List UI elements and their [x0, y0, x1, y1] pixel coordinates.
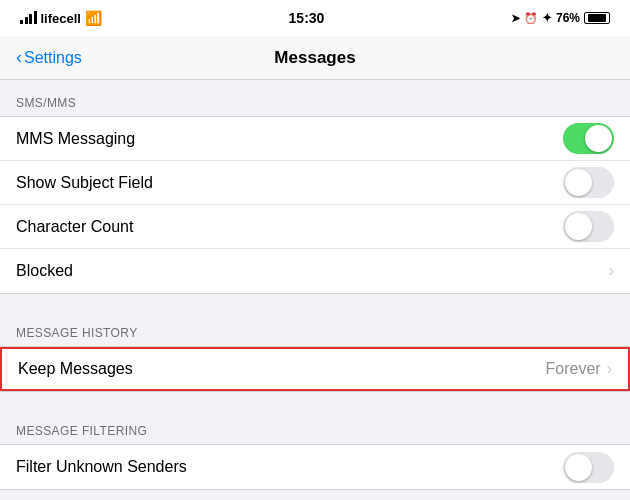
- mms-messaging-label: MMS Messaging: [16, 130, 135, 148]
- mms-messaging-row[interactable]: MMS Messaging: [0, 117, 630, 161]
- keep-messages-value: Forever: [546, 360, 601, 378]
- character-count-label: Character Count: [16, 218, 133, 236]
- message-filtering-header: MESSAGE FILTERING: [0, 408, 630, 444]
- toggle-knob: [565, 213, 592, 240]
- status-left: lifecell 📶: [20, 10, 102, 26]
- wifi-icon: 📶: [85, 10, 102, 26]
- status-time: 15:30: [289, 10, 325, 26]
- character-count-toggle-container: [563, 211, 614, 242]
- sms-mms-group: MMS Messaging Show Subject Field Charact…: [0, 116, 630, 294]
- character-count-row[interactable]: Character Count: [0, 205, 630, 249]
- status-right: ➤ ⏰ ✦ 76%: [511, 11, 610, 25]
- show-subject-field-row[interactable]: Show Subject Field: [0, 161, 630, 205]
- keep-messages-right: Forever ›: [546, 360, 612, 378]
- toggle-knob: [565, 454, 592, 481]
- spacer-2: [0, 392, 630, 408]
- character-count-toggle[interactable]: [563, 211, 614, 242]
- keep-messages-row[interactable]: Keep Messages Forever ›: [0, 347, 630, 391]
- filter-description: Turn off notifications for iMessages fro…: [0, 490, 630, 500]
- nav-bar: ‹ Settings Messages: [0, 36, 630, 80]
- sms-mms-header: SMS/MMS: [0, 80, 630, 116]
- back-button[interactable]: ‹ Settings: [16, 47, 82, 68]
- toggle-knob: [565, 169, 592, 196]
- alarm-icon: ⏰: [524, 12, 538, 25]
- back-label: Settings: [24, 49, 82, 67]
- signal-icon: [20, 12, 37, 24]
- blocked-chevron-container: ›: [609, 262, 614, 280]
- back-chevron-icon: ‹: [16, 47, 22, 68]
- keep-messages-label: Keep Messages: [18, 360, 133, 378]
- show-subject-field-toggle[interactable]: [563, 167, 614, 198]
- filter-unknown-senders-row[interactable]: Filter Unknown Senders: [0, 445, 630, 489]
- page-title: Messages: [274, 48, 355, 68]
- message-filtering-group: Filter Unknown Senders: [0, 444, 630, 490]
- mms-messaging-toggle-container: [563, 123, 614, 154]
- bluetooth-icon: ✦: [542, 11, 552, 25]
- message-history-group: Keep Messages Forever ›: [0, 346, 630, 392]
- keep-messages-chevron-icon: ›: [607, 360, 612, 378]
- battery-percent: 76%: [556, 11, 580, 25]
- show-subject-field-toggle-container: [563, 167, 614, 198]
- battery-icon: [584, 12, 610, 24]
- show-subject-field-label: Show Subject Field: [16, 174, 153, 192]
- carrier-label: lifecell: [41, 11, 81, 26]
- message-history-header: MESSAGE HISTORY: [0, 310, 630, 346]
- toggle-knob: [585, 125, 612, 152]
- blocked-label: Blocked: [16, 262, 73, 280]
- filter-unknown-senders-label: Filter Unknown Senders: [16, 458, 187, 476]
- blocked-row[interactable]: Blocked ›: [0, 249, 630, 293]
- status-bar: lifecell 📶 15:30 ➤ ⏰ ✦ 76%: [0, 0, 630, 36]
- filter-unknown-senders-toggle-container: [563, 452, 614, 483]
- mms-messaging-toggle[interactable]: [563, 123, 614, 154]
- filter-unknown-senders-toggle[interactable]: [563, 452, 614, 483]
- location-icon: ➤: [511, 12, 520, 25]
- spacer-1: [0, 294, 630, 310]
- blocked-chevron-icon: ›: [609, 262, 614, 280]
